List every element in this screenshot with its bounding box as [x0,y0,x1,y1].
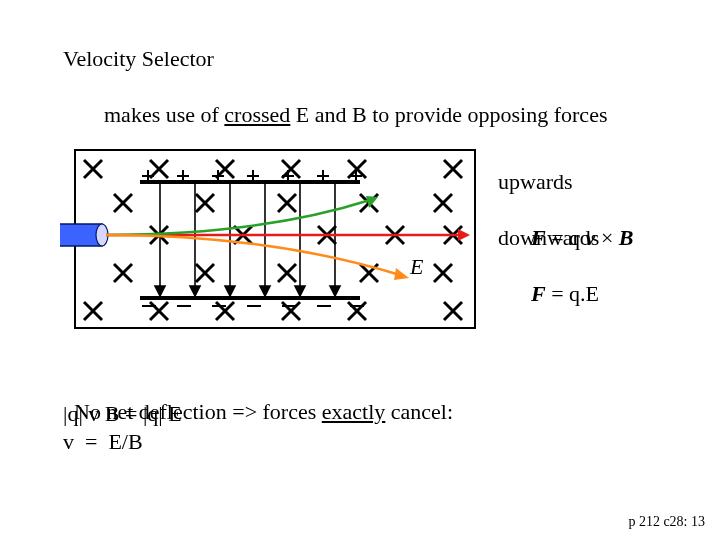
deflection-post: cancel: [385,399,453,424]
cross-icon [216,302,234,320]
cross-icon [434,194,452,212]
cross-icon [434,264,452,282]
deflection-underlined: exactly [322,399,386,424]
cross-icon [348,302,366,320]
cross-icon [444,302,462,320]
legend-down-rest: = q.E [546,281,599,306]
cross-icon [282,302,300,320]
legend-down-F: F [531,281,546,306]
page-title: Velocity Selector [63,45,214,73]
svg-marker-73 [225,286,235,296]
svg-marker-81 [458,229,470,241]
cross-icon [114,194,132,212]
cross-icon [196,264,214,282]
velocity-selector-diagram: E [60,140,480,364]
arrow-down-icon [295,184,305,296]
page-footer: p 212 c28: 13 [628,514,705,530]
field-box [75,150,475,328]
cross-icon [278,264,296,282]
legend-upwards: upwards [498,168,573,196]
positive-plate [140,180,360,184]
svg-marker-79 [330,286,340,296]
e-field-label: E [409,254,424,279]
subtitle-pre: makes use of [104,102,224,127]
legend-up-B: B [619,225,634,250]
cross-icon [278,194,296,212]
legend-downwards: downwards [498,224,599,252]
equation-2: v = E/B [63,428,143,456]
svg-marker-75 [260,286,270,296]
subtitle-underlined: crossed [224,102,290,127]
arrow-down-icon [260,184,270,296]
cross-icon [150,302,168,320]
diagram-svg: E [60,140,480,360]
beam-deflect-up [106,196,378,235]
cross-icon [84,302,102,320]
svg-marker-71 [190,286,200,296]
cross-icon [444,160,462,178]
cross-icon [84,160,102,178]
equation-1: |q| v B = |q| E [63,400,182,428]
subtitle: makes use of crossed E and B to provide … [63,73,607,128]
cross-icon [114,264,132,282]
subtitle-post: E and B to provide opposing forces [290,102,607,127]
svg-marker-69 [155,286,165,296]
cross-icon [196,194,214,212]
svg-marker-83 [394,268,409,280]
legend-downwards-eq: F = q.E [520,252,599,307]
negative-plate [140,296,360,300]
svg-marker-77 [295,286,305,296]
